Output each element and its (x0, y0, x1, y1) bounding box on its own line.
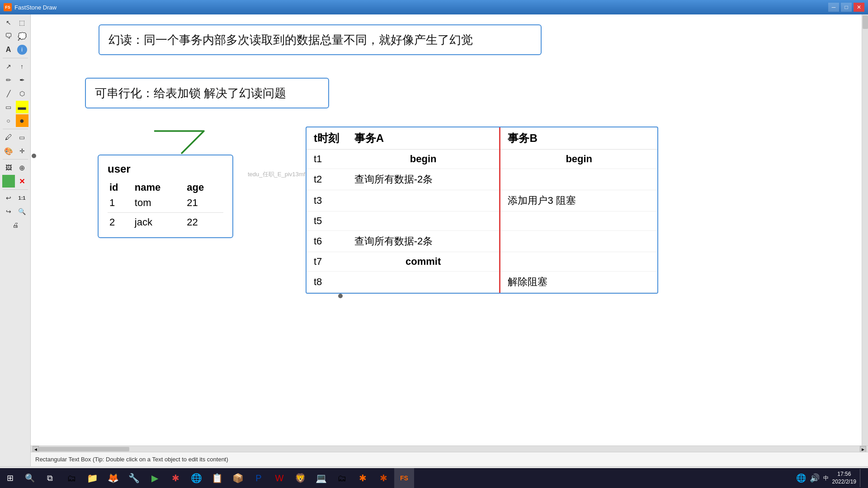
col-age-header: age (185, 180, 223, 195)
timeline-row-t8: t8 解除阻塞 (307, 272, 657, 293)
user-table-data: id name age 1 tom 21 2 jack 22 (108, 180, 223, 230)
top-textbox[interactable]: 幻读：同一个事务内部多次读取到的数据总量不同，就好像产生了幻觉 (99, 24, 542, 55)
watermark: tedu_任职_E_piv13mf (248, 170, 305, 178)
col-id-header: id (108, 180, 133, 195)
taskbar-icon4[interactable]: 🔧 (124, 468, 144, 488)
tool-pen[interactable]: ✏ (2, 74, 15, 86)
second-textbox[interactable]: 可串行化：给表加锁 解决了幻读问题 (85, 78, 329, 108)
b-t5 (500, 211, 657, 231)
taskbar-volume[interactable]: 🔊 (810, 473, 820, 483)
taskbar-show-desktop[interactable] (860, 469, 863, 487)
toolbar: ↖ ⬚ 🗨 💭 A i ↗ ↑ ✏ ✒ ╱ ⬡ ▭ ▬ ○ ● 🖊 ▭ 🎨 ✛ … (0, 14, 31, 474)
second-textbox-content: 可串行化：给表加锁 解决了幻读问题 (95, 86, 286, 100)
a-t1: begin (347, 150, 500, 169)
row2-id: 2 (108, 215, 133, 230)
start-button[interactable]: ⊞ (0, 468, 20, 488)
tool-color-pick[interactable]: 🎨 (2, 145, 15, 157)
timeline-row-t7: t7 commit (307, 252, 657, 272)
taskbar-right: 🌐 🔊 中 17:56 2022/2/19 (791, 469, 868, 487)
tool-highlight[interactable]: 🖊 (2, 131, 15, 144)
windows-taskbar: ⊞ 🔍 ⧉ 🗂 📁 🦊 🔧 ▶ ✱ 🌐 📋 📦 P W 🦁 💻 🗂 ✱ ✱ FS… (0, 468, 868, 488)
scroll-left-btn[interactable]: ◄ (33, 446, 39, 452)
user-table[interactable]: user id name age 1 tom 21 2 (98, 155, 233, 238)
taskbar-icon5[interactable]: ▶ (145, 468, 165, 488)
taskbar-faststone-active[interactable]: FS (394, 468, 414, 488)
user-table-title: user (108, 163, 223, 175)
taskbar-icon13[interactable]: 💻 (311, 468, 331, 488)
a-t3 (347, 190, 500, 211)
canvas-dot-bottom (338, 294, 343, 298)
taskbar-network[interactable]: 🌐 (796, 473, 806, 483)
task-view-button[interactable]: ⧉ (40, 468, 60, 488)
tool-redo[interactable]: ↪ (2, 205, 15, 218)
taskbar-icon3[interactable]: 🦊 (103, 468, 123, 488)
time-t1: t1 (307, 150, 347, 169)
tool-zoom-1-1[interactable]: 1:1 (16, 192, 28, 204)
vertical-scrollbar[interactable] (862, 14, 868, 446)
tool-circle-filled[interactable]: ● (16, 114, 28, 127)
tool-green-box[interactable]: ■ (2, 175, 15, 188)
tool-info[interactable]: i (17, 45, 27, 55)
timeline-table[interactable]: t时刻 事务A 事务B t1 begin begin t2 查询所有数据-2条 … (306, 127, 658, 294)
tool-select[interactable]: ↖ (2, 16, 15, 29)
tool-print[interactable]: 🖨 (9, 219, 22, 231)
tool-text[interactable]: A (2, 43, 15, 56)
taskbar-icon16[interactable]: ✱ (373, 468, 393, 488)
tool-circle-empty[interactable]: ○ (2, 114, 15, 127)
taskbar-icon15[interactable]: ✱ (353, 468, 373, 488)
tool-line[interactable]: ╱ (2, 87, 15, 100)
titlebar-controls: ─ □ ✕ (828, 3, 864, 12)
table-row: 2 jack 22 (108, 215, 223, 230)
col-name-header: name (133, 180, 185, 195)
horizontal-scrollbar[interactable]: ◄ ► (31, 446, 868, 452)
taskbar-icon11[interactable]: W (269, 468, 289, 488)
tool-arrow-up[interactable]: ↑ (16, 60, 28, 73)
tool-red-x[interactable]: ✕ (16, 175, 28, 188)
vscroll-thumb[interactable] (863, 15, 868, 29)
row1-age: 21 (185, 195, 223, 211)
tool-zoom-plus[interactable]: ⊕ (16, 161, 28, 174)
scroll-thumb[interactable] (39, 447, 129, 451)
minimize-button[interactable]: ─ (828, 3, 839, 12)
taskbar-icon12[interactable]: 🦁 (290, 468, 310, 488)
tool-undo[interactable]: ↩ (2, 192, 15, 204)
maximize-button[interactable]: □ (841, 3, 852, 12)
tool-speech[interactable]: 🗨 (2, 30, 15, 42)
titlebar-title: FastStone Draw (14, 4, 828, 11)
taskbar-pinned-icons: 🗂 📁 🦊 🔧 ▶ ✱ 🌐 📋 📦 P W 🦁 💻 🗂 ✱ ✱ FS (61, 468, 791, 488)
search-button[interactable]: 🔍 (20, 468, 40, 488)
tool-rect-empty[interactable]: ▭ (2, 101, 15, 113)
taskbar-icon10[interactable]: P (249, 468, 269, 488)
time-t6: t6 (307, 231, 347, 252)
canvas-dot-left (32, 154, 36, 158)
tool-zoom-out[interactable]: 🔍 (16, 205, 28, 218)
taskbar-clock[interactable]: 17:56 2022/2/19 (832, 470, 856, 486)
tool-arrow-line[interactable]: ↗ (2, 60, 15, 73)
scroll-right-btn[interactable]: ► (860, 446, 866, 452)
time-t8: t8 (307, 272, 347, 293)
tool-polygon[interactable]: ⬡ (16, 87, 28, 100)
taskbar-icon7[interactable]: 🌐 (186, 468, 206, 488)
taskbar-icon8[interactable]: 📋 (207, 468, 227, 488)
tool-callout[interactable]: 💭 (16, 30, 28, 42)
tool-brush[interactable]: ✒ (16, 74, 28, 86)
tool-marquee[interactable]: ⬚ (16, 16, 28, 29)
timeline-header: t时刻 事务A 事务B (307, 127, 657, 150)
b-t8: 解除阻塞 (500, 272, 657, 293)
taskbar-explorer[interactable]: 🗂 (61, 468, 81, 488)
header-b: 事务B (500, 127, 657, 150)
tool-eraser[interactable]: ▭ (16, 131, 28, 144)
row2-name: jack (133, 215, 185, 230)
taskbar-language[interactable]: 中 (823, 474, 829, 482)
tool-move[interactable]: ✛ (16, 145, 28, 157)
tool-rect-filled[interactable]: ▬ (16, 101, 28, 113)
close-button[interactable]: ✕ (854, 3, 864, 12)
b-t6 (500, 231, 657, 252)
taskbar-icon9[interactable]: 📦 (228, 468, 248, 488)
tool-image[interactable]: 🖼 (2, 161, 15, 174)
taskbar-icon2[interactable]: 📁 (82, 468, 102, 488)
taskbar-icon6[interactable]: ✱ (165, 468, 185, 488)
a-t5 (347, 211, 500, 231)
taskbar-icon14[interactable]: 🗂 (332, 468, 352, 488)
b-t3: 添加用户3 阻塞 (500, 190, 657, 211)
